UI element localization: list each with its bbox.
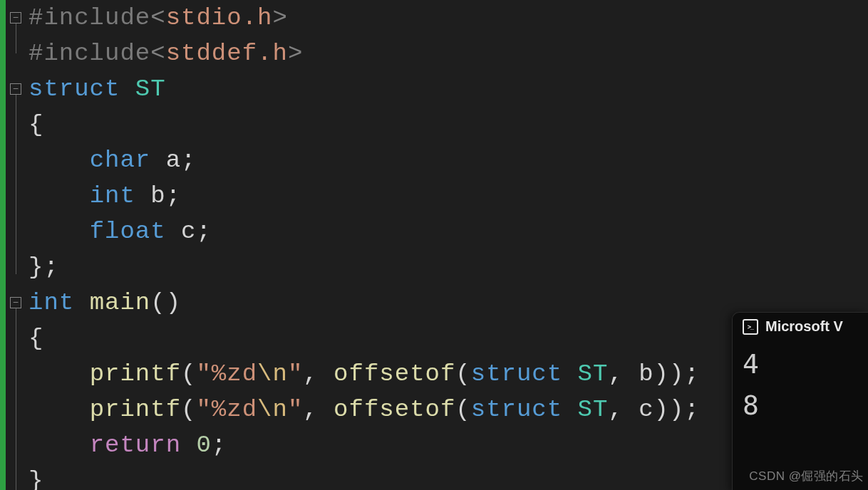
type-name: ST [135,75,166,103]
keyword-return: return [90,432,181,459]
member-name: a [166,147,181,174]
terminal-icon [743,319,758,335]
paren-close: ) [654,396,669,423]
preprocessor-directive: #include [29,4,150,31]
terminal-window[interactable]: Microsoft V 4 8 [732,312,868,490]
member-name: c [181,218,196,245]
angle-open: < [150,40,165,67]
function-call: printf [90,360,181,387]
function-call: printf [90,396,181,423]
escape-seq: \n [257,396,288,423]
string-close: " [288,360,303,387]
parens: () [150,289,181,316]
fold-guide [16,24,16,53]
semicolon: ; [684,360,699,387]
paren-close: ) [669,396,684,423]
change-indicator-bar [0,0,6,490]
brace-open: { [29,111,43,138]
brace-close: } [29,467,43,490]
fold-guide [16,308,16,490]
paren-open: ( [181,396,196,423]
fold-gutter [6,0,26,490]
type-ref: ST [578,396,609,423]
terminal-title-text: Microsoft V [765,318,843,335]
paren-close: ) [654,360,669,387]
string-open: " [196,396,211,423]
string-open: " [196,360,211,387]
code-line[interactable]: int b; [29,178,868,214]
paren-open: ( [455,396,470,423]
number-literal: 0 [196,432,211,459]
format-spec: %zd [212,360,257,387]
field-ref: b [639,360,653,387]
code-line[interactable]: char a; [29,142,868,178]
semicolon: ; [181,147,196,174]
output-line: 4 [743,343,858,385]
comma: , [303,360,334,387]
macro-call: offsetof [334,396,455,423]
format-spec: %zd [212,396,257,423]
paren-open: ( [181,360,196,387]
type-keyword: char [90,147,151,174]
escape-seq: \n [257,360,288,387]
type-keyword: int [29,289,74,316]
preprocessor-directive: #include [29,40,150,67]
fold-guide [16,95,16,274]
keyword-struct: struct [471,396,562,423]
semicolon: ; [196,218,211,245]
brace-close: }; [29,254,59,281]
brace-open: { [29,325,43,352]
comma: , [608,360,639,387]
string-close: " [288,396,303,423]
code-line[interactable]: { [29,107,868,142]
member-name: b [150,182,165,209]
semicolon: ; [166,182,181,209]
type-keyword: float [90,218,166,245]
macro-call: offsetof [334,360,455,387]
paren-open: ( [455,360,470,387]
angle-close: > [272,4,287,31]
angle-close: > [288,40,303,67]
fold-toggle-struct[interactable] [10,83,21,95]
fold-toggle-main[interactable] [10,297,21,308]
header-name: stdio.h [166,4,273,31]
angle-open: < [150,4,165,31]
comma: , [608,396,639,423]
code-editor[interactable]: #include<stdio.h> #include<stddef.h> str… [0,0,868,490]
field-ref: c [639,396,653,423]
comma: , [303,396,334,423]
keyword-struct: struct [29,75,120,103]
code-line[interactable]: struct ST [29,71,868,107]
code-line[interactable]: }; [29,249,868,285]
keyword-struct: struct [471,360,562,387]
terminal-output: 4 8 [733,340,868,426]
semicolon: ; [684,396,699,423]
type-ref: ST [578,360,609,387]
output-line: 8 [743,385,858,426]
fold-toggle-include[interactable] [10,12,21,24]
code-line[interactable]: #include<stdio.h> [29,0,868,36]
type-keyword: int [90,182,135,209]
function-name: main [90,289,151,316]
code-line[interactable]: #include<stddef.h> [29,36,868,71]
semicolon: ; [212,432,227,459]
code-line[interactable]: float c; [29,214,868,249]
header-name: stddef.h [166,40,288,67]
paren-close: ) [669,360,684,387]
terminal-titlebar[interactable]: Microsoft V [733,313,868,340]
